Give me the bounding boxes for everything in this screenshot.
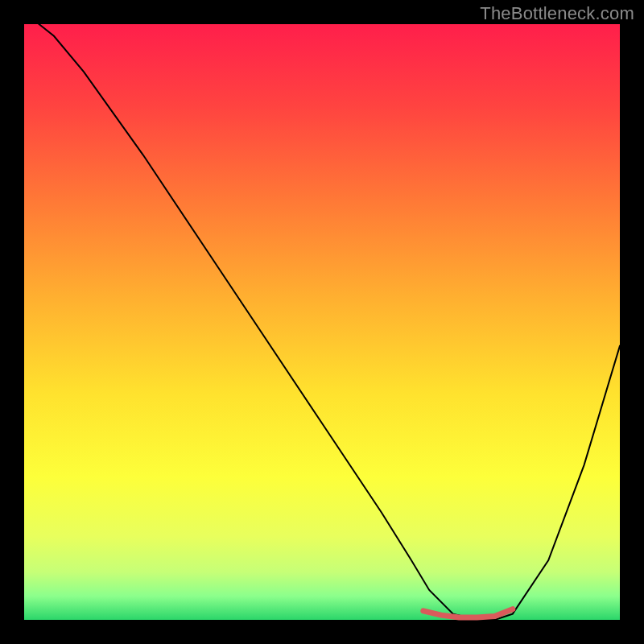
watermark-text: TheBottleneck.com [480, 3, 634, 24]
chart-curves [24, 24, 620, 620]
plot-area [24, 24, 620, 620]
chart-frame: TheBottleneck.com [0, 0, 644, 644]
optimum-band [423, 609, 513, 617]
bottleneck-curve [24, 12, 620, 620]
